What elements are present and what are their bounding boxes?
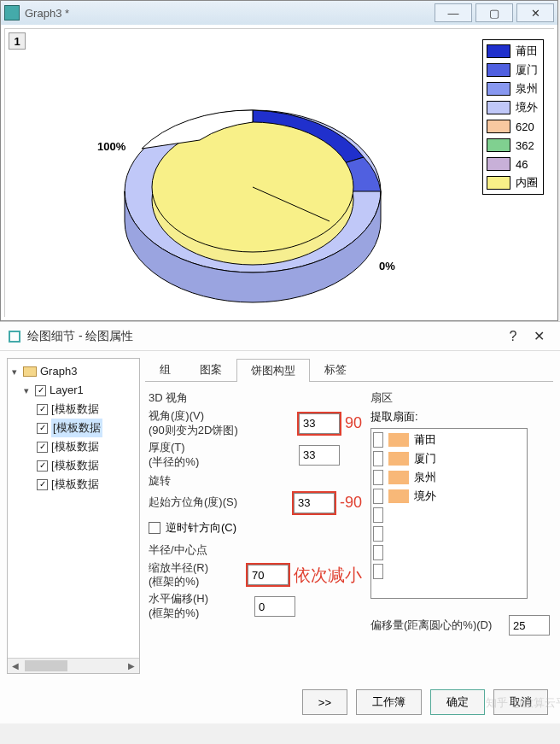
legend-label: 境外 bbox=[516, 100, 538, 115]
legend-item[interactable]: 莆田 bbox=[487, 42, 538, 61]
legend-label: 厦门 bbox=[516, 62, 538, 78]
offset-d-input[interactable] bbox=[509, 615, 550, 636]
thickness-input[interactable] bbox=[299, 445, 340, 466]
extract-item[interactable]: 境外 bbox=[373, 487, 525, 506]
pie-chart bbox=[108, 72, 398, 311]
label-h-offset: 水平偏移(H) bbox=[149, 592, 208, 605]
extract-checkbox[interactable] bbox=[373, 545, 383, 560]
scroll-thumb[interactable] bbox=[25, 660, 67, 671]
dialog-title: 绘图细节 - 绘图属性 bbox=[27, 329, 500, 344]
dialog-close-button[interactable]: ✕ bbox=[526, 328, 551, 344]
extract-list[interactable]: 莆田厦门泉州境外 bbox=[370, 428, 528, 599]
tree-root[interactable]: Graph3 bbox=[40, 362, 77, 381]
layer-indicator[interactable]: 1 bbox=[9, 32, 26, 50]
annotation-decrease: 依次减小 bbox=[294, 564, 362, 587]
workbook-button[interactable]: 工作簿 bbox=[356, 689, 422, 715]
tree-item[interactable]: [模板数据 bbox=[51, 456, 99, 475]
help-button[interactable]: ? bbox=[500, 329, 526, 344]
maximize-button[interactable]: ▢ bbox=[475, 3, 513, 22]
legend-label: 620 bbox=[516, 120, 534, 133]
tab-3[interactable]: 标签 bbox=[310, 358, 361, 381]
window-title: Graph3 * bbox=[25, 7, 435, 20]
legend-item[interactable]: 厦门 bbox=[487, 61, 538, 79]
expand-icon[interactable]: ▾ bbox=[9, 362, 20, 381]
legend-item[interactable]: 46 bbox=[487, 155, 538, 173]
extract-swatch bbox=[388, 433, 409, 447]
dialog-titlebar[interactable]: 绘图细节 - 绘图属性 ? ✕ bbox=[0, 322, 560, 351]
start-azimuth-input[interactable] bbox=[294, 493, 335, 513]
label-extract: 提取扇面: bbox=[370, 409, 550, 425]
ok-button[interactable]: 确定 bbox=[430, 689, 485, 715]
legend-swatch bbox=[487, 63, 510, 77]
tree-item[interactable]: [模板数据 bbox=[51, 419, 102, 437]
annotation-90: 90 bbox=[345, 414, 362, 432]
expand-icon[interactable]: ▾ bbox=[21, 381, 32, 400]
label-thickness: 厚度(T) bbox=[149, 441, 185, 454]
extract-checkbox[interactable] bbox=[373, 432, 383, 448]
tree-item[interactable]: [模板数据 bbox=[51, 437, 99, 456]
label-offset-d: 偏移量(距离圆心的%)(D) bbox=[370, 618, 509, 633]
minimize-button[interactable]: — bbox=[435, 3, 472, 22]
more-button[interactable]: >> bbox=[302, 689, 347, 715]
dialog-footer: >> 工作簿 确定 取消 知乎 @微算云平台 bbox=[0, 681, 560, 723]
legend-swatch bbox=[487, 82, 510, 96]
legend-swatch bbox=[487, 101, 510, 114]
extract-checkbox[interactable] bbox=[373, 470, 383, 485]
scale-radius-input[interactable] bbox=[248, 565, 289, 585]
pie-label-0: 0% bbox=[379, 260, 395, 272]
extract-checkbox[interactable] bbox=[373, 564, 383, 579]
tree-checkbox[interactable]: ✓ bbox=[37, 479, 48, 490]
tree-checkbox[interactable]: ✓ bbox=[37, 460, 48, 472]
graph-canvas[interactable]: 1 100% 0% 莆田厦门泉州境外62036246内圈 bbox=[4, 28, 554, 317]
extract-item[interactable]: 泉州 bbox=[373, 468, 525, 487]
h-offset-input[interactable] bbox=[254, 596, 295, 617]
tree-item[interactable]: [模板数据 bbox=[51, 400, 99, 419]
tree-scrollbar[interactable]: ◀ ▶ bbox=[8, 658, 139, 673]
legend-swatch bbox=[487, 176, 510, 190]
tab-2[interactable]: 饼图构型 bbox=[236, 359, 310, 382]
extract-item[interactable]: 厦门 bbox=[373, 449, 525, 468]
legend-swatch bbox=[487, 157, 510, 171]
tab-0[interactable]: 组 bbox=[145, 358, 185, 381]
extract-checkbox[interactable] bbox=[373, 507, 383, 523]
label-h-offset-sub: (框架的%) bbox=[149, 606, 199, 619]
folder-icon bbox=[23, 366, 37, 377]
tree-layer[interactable]: Layer1 bbox=[50, 381, 84, 400]
legend-swatch bbox=[487, 138, 510, 152]
scroll-right-icon[interactable]: ▶ bbox=[124, 659, 139, 673]
tree-pane[interactable]: ▾Graph3▾✓Layer1✓[模板数据✓[模板数据✓[模板数据✓[模板数据✓… bbox=[7, 358, 140, 674]
tree-item[interactable]: [模板数据 bbox=[51, 475, 99, 494]
tree-checkbox[interactable]: ✓ bbox=[37, 442, 48, 453]
tab-1[interactable]: 图案 bbox=[185, 358, 236, 381]
legend-item[interactable]: 620 bbox=[487, 117, 538, 136]
legend-label: 泉州 bbox=[516, 81, 538, 97]
label-thickness-sub: (半径的%) bbox=[149, 455, 199, 468]
extract-item[interactable]: 莆田 bbox=[373, 431, 525, 449]
extract-label: 厦门 bbox=[414, 451, 436, 466]
app-icon bbox=[4, 5, 20, 21]
view-angle-input[interactable] bbox=[299, 413, 340, 434]
legend-item[interactable]: 内圈 bbox=[487, 173, 538, 192]
legend-item[interactable]: 泉州 bbox=[487, 79, 538, 98]
tree-checkbox[interactable]: ✓ bbox=[37, 423, 48, 434]
legend[interactable]: 莆田厦门泉州境外62036246内圈 bbox=[482, 39, 544, 195]
tree-checkbox[interactable]: ✓ bbox=[37, 404, 48, 415]
label-scale-radius-sub: (框架的%) bbox=[149, 575, 199, 588]
extract-label: 莆田 bbox=[414, 432, 436, 448]
cancel-button[interactable]: 取消 知乎 @微算云平台 bbox=[493, 689, 548, 715]
graph-body: 1 100% 0% 莆田厦门泉州境外62036246内圈 bbox=[1, 25, 557, 320]
legend-item[interactable]: 362 bbox=[487, 136, 538, 155]
dialog-icon bbox=[9, 331, 20, 343]
legend-label: 莆田 bbox=[516, 44, 538, 59]
ccw-checkbox[interactable] bbox=[149, 522, 160, 534]
extract-checkbox[interactable] bbox=[373, 526, 383, 542]
legend-item[interactable]: 境外 bbox=[487, 98, 538, 117]
close-button[interactable]: ✕ bbox=[516, 3, 554, 22]
legend-label: 内圈 bbox=[516, 175, 538, 190]
extract-checkbox[interactable] bbox=[373, 451, 383, 466]
annotation-neg90: -90 bbox=[340, 494, 362, 512]
extract-checkbox[interactable] bbox=[373, 489, 383, 504]
tree-checkbox[interactable]: ✓ bbox=[35, 385, 46, 396]
graph-titlebar[interactable]: Graph3 * — ▢ ✕ bbox=[1, 1, 557, 25]
scroll-left-icon[interactable]: ◀ bbox=[8, 659, 23, 673]
